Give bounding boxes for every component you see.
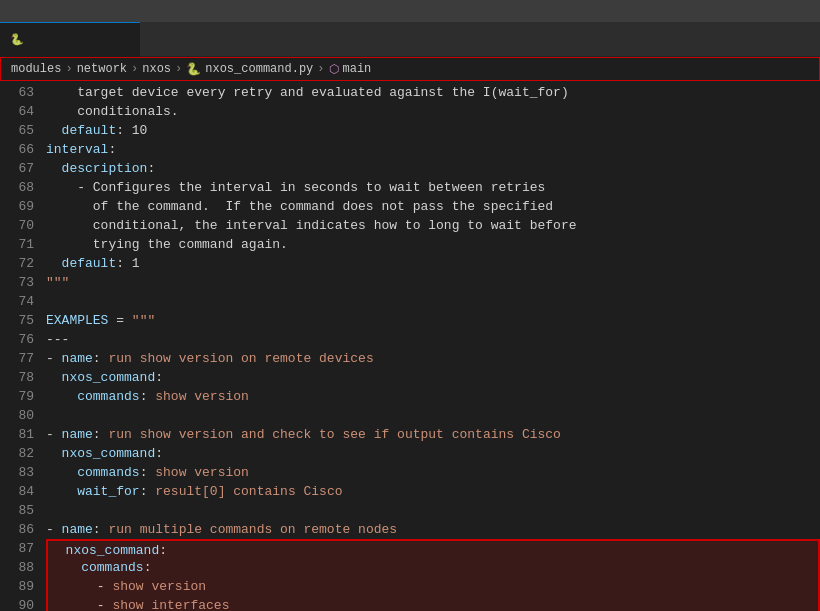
line-number: 64 [0,102,34,121]
code-line: - Configures the interval in seconds to … [46,178,820,197]
code-line: conditionals. [46,102,820,121]
line-number: 77 [0,349,34,368]
breadcrumb-network[interactable]: network [77,62,127,76]
code-line: nxos_command: [46,368,820,387]
line-number: 78 [0,368,34,387]
line-numbers: 6364656667686970717273747576777879808182… [0,81,42,611]
line-number: 83 [0,463,34,482]
code-line: - name: run multiple commands on remote … [46,520,820,539]
code-content: target device every retry and evaluated … [42,81,820,611]
line-number: 80 [0,406,34,425]
line-number: 67 [0,159,34,178]
line-number: 86 [0,520,34,539]
title-bar [0,0,820,22]
breadcrumb-modules[interactable]: modules [11,62,61,76]
line-number: 63 [0,83,34,102]
line-number: 84 [0,482,34,501]
code-line: trying the command again. [46,235,820,254]
line-number: 76 [0,330,34,349]
code-line: - show version [46,577,820,596]
line-number: 73 [0,273,34,292]
code-line: commands: show version [46,463,820,482]
line-number: 85 [0,501,34,520]
breadcrumb-main[interactable]: main [343,62,372,76]
code-line: default: 1 [46,254,820,273]
breadcrumb-nxos[interactable]: nxos [142,62,171,76]
line-number: 82 [0,444,34,463]
code-line: nxos_command: [46,539,820,558]
line-number: 75 [0,311,34,330]
line-number: 74 [0,292,34,311]
code-line: default: 10 [46,121,820,140]
code-line: commands: [46,558,820,577]
line-number: 90 [0,596,34,611]
code-line: commands: show version [46,387,820,406]
code-line: target device every retry and evaluated … [46,83,820,102]
line-number: 68 [0,178,34,197]
code-line [46,406,820,425]
code-area: 6364656667686970717273747576777879808182… [0,81,820,611]
line-number: 66 [0,140,34,159]
active-tab[interactable]: 🐍 [0,22,140,57]
breadcrumb-cube-icon: ⬡ [329,62,339,77]
breadcrumb-sep-1: › [65,62,72,76]
tab-bar: 🐍 [0,22,820,57]
code-line: of the command. If the command does not … [46,197,820,216]
code-line: interval: [46,140,820,159]
tab-python-icon: 🐍 [10,33,24,46]
line-number: 81 [0,425,34,444]
code-line: - show interfaces [46,596,820,611]
breadcrumb: modules › network › nxos › 🐍 nxos_comman… [0,57,820,81]
line-number: 70 [0,216,34,235]
code-line: wait_for: result[0] contains Cisco [46,482,820,501]
breadcrumb-sep-2: › [131,62,138,76]
line-number: 69 [0,197,34,216]
breadcrumb-file-icon: 🐍 [186,62,201,77]
breadcrumb-sep-3: › [175,62,182,76]
line-number: 71 [0,235,34,254]
code-line: - name: run show version on remote devic… [46,349,820,368]
code-line: conditional, the interval indicates how … [46,216,820,235]
line-number: 89 [0,577,34,596]
code-line: description: [46,159,820,178]
line-number: 87 [0,539,34,558]
code-line: --- [46,330,820,349]
breadcrumb-file[interactable]: nxos_command.py [205,62,313,76]
code-line: - name: run show version and check to se… [46,425,820,444]
breadcrumb-sep-4: › [317,62,324,76]
line-number: 79 [0,387,34,406]
line-number: 88 [0,558,34,577]
code-line: nxos_command: [46,444,820,463]
code-line: """ [46,273,820,292]
code-line [46,292,820,311]
line-number: 65 [0,121,34,140]
code-line [46,501,820,520]
code-line: EXAMPLES = """ [46,311,820,330]
line-number: 72 [0,254,34,273]
